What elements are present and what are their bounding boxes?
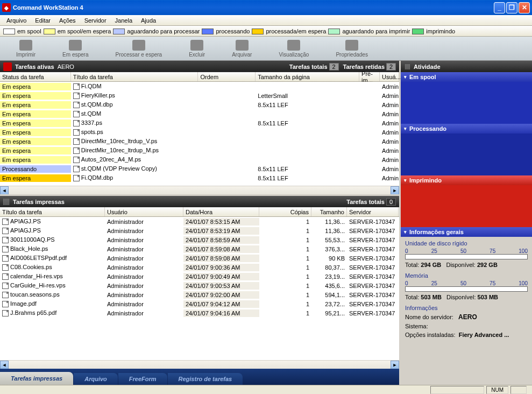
col-p-srv[interactable]: Servidor <box>347 207 399 216</box>
printed-task-row[interactable]: calendar_Hi-res.vpsAdministrador24/01/07… <box>0 272 399 281</box>
archive-button[interactable]: Arquivar <box>232 40 252 58</box>
status-bar: NUM <box>0 385 532 394</box>
active-held-count: 2 <box>386 63 396 71</box>
printed-task-row[interactable]: J.Brahms p65.pdfAdministrador24/01/07 9:… <box>0 308 399 318</box>
tab-registro-de-tarefas[interactable]: Registro de tarefas <box>168 373 243 385</box>
process-hold-button[interactable]: Processar e espera <box>115 40 162 58</box>
properties-icon <box>345 40 358 51</box>
active-columns: Status da tarefa Título da tarefa Ordem … <box>0 72 399 82</box>
col-p-data[interactable]: Data/Hora <box>183 207 259 216</box>
file-icon <box>2 246 9 252</box>
active-task-row[interactable]: Em espera3337.ps8.5x11 LEFAdmin <box>0 118 399 128</box>
minimize-button[interactable]: _ <box>494 2 505 13</box>
mem-label: Memória <box>405 272 528 279</box>
legend-item: imprimindo <box>412 28 455 34</box>
printing-area <box>401 185 532 227</box>
file-icon <box>73 129 80 136</box>
col-tam[interactable]: Tamanho da página <box>256 72 359 81</box>
printed-task-row[interactable]: toucan.seasons.psAdministrador24/01/07 9… <box>0 290 399 299</box>
file-icon <box>2 273 9 280</box>
menu-ajuda[interactable]: Ajuda <box>137 16 160 25</box>
preview-button[interactable]: Visualização <box>279 40 309 58</box>
disk-bar <box>405 254 528 259</box>
printed-task-row[interactable]: C08.Cookies.psAdministrador24/01/07 9:00… <box>0 263 399 272</box>
properties-button[interactable]: Propriedades <box>336 40 367 58</box>
menu-editar[interactable]: Editar <box>31 16 55 25</box>
col-p-usu[interactable]: Usuário <box>105 207 183 216</box>
printed-task-row[interactable]: CarGuide_Hi-res.vpsAdministrador24/01/07… <box>0 281 399 290</box>
printed-totals-label: Tarefas totais <box>346 199 385 205</box>
active-task-row[interactable]: Em esperaFieryKiller.psLetterSmallAdmin <box>0 91 399 100</box>
process-hold-icon <box>132 40 145 51</box>
file-icon <box>73 83 80 90</box>
app-icon: ◆ <box>2 3 11 12</box>
section-processing[interactable]: Processando <box>401 124 532 133</box>
close-button[interactable]: ✕ <box>519 2 530 13</box>
active-task-row[interactable]: Processandost.QDM (VDP Preview Copy)8.5x… <box>0 164 399 173</box>
printed-task-row[interactable]: Black_Hole.psAdministrador24/01/07 8:59:… <box>0 244 399 254</box>
tab-tarefas-impressas[interactable]: Tarefas impressas <box>0 372 73 385</box>
tab-arquivo[interactable]: Arquivo <box>74 373 118 385</box>
scroll-right-icon[interactable]: ► <box>391 361 399 369</box>
col-p-title[interactable]: Título da tarefa <box>0 207 105 216</box>
scroll-left-icon[interactable]: ◄ <box>0 186 9 195</box>
section-printing[interactable]: Imprimindo <box>401 175 532 185</box>
status-num: NUM <box>486 386 508 394</box>
menu-janela[interactable]: Janela <box>111 16 137 25</box>
col-title[interactable]: Título da tarefa <box>71 72 198 81</box>
active-hscroll[interactable]: ◄ ► <box>0 186 399 194</box>
active-task-row[interactable]: Em esperaAutos_20rec_A4_M.psAdmin <box>0 155 399 164</box>
delete-button[interactable]: Excluir <box>189 40 205 58</box>
printed-task-row[interactable]: APIAGJ.PSAdministrador24/01/07 8:53:15 A… <box>0 217 399 226</box>
file-icon <box>2 264 9 271</box>
legend-item: em spool <box>3 28 41 34</box>
printed-task-row[interactable]: 30011000AQ.PSAdministrador24/01/07 8:58:… <box>0 235 399 244</box>
active-task-row[interactable]: Em esperaDirectMkr_10rec_ltrdup_V.psAdmi… <box>0 137 399 146</box>
active-task-row[interactable]: Em esperast.QDM.dbp8.5x11 LEFAdmin <box>0 100 399 109</box>
col-usu[interactable]: Usuá... <box>380 72 399 81</box>
active-task-row[interactable]: Em esperaspots.psAdmin <box>0 128 399 137</box>
disk-ticks: 0255075100 <box>405 248 528 254</box>
activity-header: Atividade <box>401 61 532 72</box>
col-p-cop[interactable]: Cópias <box>259 207 311 216</box>
active-task-row[interactable]: Em esperaFi.QDMAdmin <box>0 82 399 91</box>
maximize-button[interactable]: ❐ <box>506 2 517 13</box>
disk-label: Unidade de disco rígido <box>405 240 528 247</box>
file-icon <box>73 147 80 154</box>
col-pre[interactable]: Pré-im... <box>359 72 380 81</box>
scroll-left-icon[interactable]: ◄ <box>0 361 9 369</box>
active-task-row[interactable]: Em esperaDirectMkr_10rec_ltrdup_M.psAdmi… <box>0 146 399 155</box>
active-task-row[interactable]: Em esperast.QDMAdmin <box>0 109 399 118</box>
print-button[interactable]: Imprimir <box>16 40 36 58</box>
section-general[interactable]: Informações gerais <box>401 227 532 237</box>
window-title: Command WorkStation 4 <box>13 4 494 11</box>
tab-freeform[interactable]: FreeForm <box>118 373 167 385</box>
archive-icon <box>236 40 249 51</box>
menu-ações[interactable]: Ações <box>55 16 80 25</box>
legend-item: aguardando para processar <box>113 28 200 34</box>
legend-item: em spool/em espera <box>44 28 111 34</box>
scroll-right-icon[interactable]: ► <box>391 186 399 195</box>
menu-servidor[interactable]: Servidor <box>80 16 111 25</box>
hold-button[interactable]: Em espera <box>62 40 88 58</box>
printed-tasks-header: Tarefas impressas Tarefas totais0 <box>0 196 399 207</box>
preview-icon <box>287 40 300 51</box>
printed-task-row[interactable]: APIAGJ.PSAdministrador24/01/07 8:53:19 A… <box>0 226 399 235</box>
file-icon <box>2 283 9 289</box>
title-bar: ◆ Command WorkStation 4 _ ❐ ✕ <box>0 0 532 15</box>
printed-totals-count: 0 <box>386 198 396 206</box>
col-status[interactable]: Status da tarefa <box>0 72 71 81</box>
section-spool[interactable]: Em spool <box>401 72 532 82</box>
spool-area <box>401 82 532 124</box>
printed-task-row[interactable]: AID006LETSPpdf.pdfAdministrador24/01/07 … <box>0 254 399 263</box>
legend-bar: em spoolem spool/em esperaaguardando par… <box>0 26 532 37</box>
col-ordem[interactable]: Ordem <box>198 72 256 81</box>
file-icon <box>73 93 80 99</box>
menu-arquivo[interactable]: Arquivo <box>2 16 31 25</box>
printed-hscroll[interactable]: ◄ ► <box>0 360 399 369</box>
col-p-tam[interactable]: Tamanho <box>311 207 347 216</box>
active-task-row[interactable]: Em esperaFi.QDM.dbp8.5x11 LEFAdmin <box>0 173 399 182</box>
file-icon <box>73 175 80 181</box>
printed-task-row[interactable]: Image.pdfAdministrador24/01/07 9:04:12 A… <box>0 299 399 308</box>
active-tasks-header: Tarefas ativas AERO Tarefas totais2 Tare… <box>0 61 399 72</box>
